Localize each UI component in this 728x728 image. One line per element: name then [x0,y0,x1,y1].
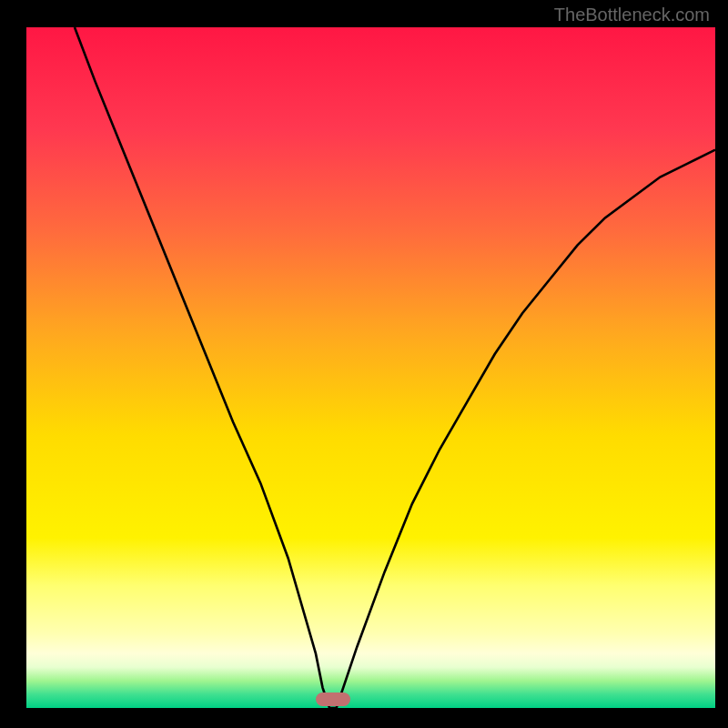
bottleneck-curve [26,27,715,708]
minimum-marker [316,693,350,706]
chart-plot-area [26,27,715,708]
watermark-text: TheBottleneck.com [554,5,710,25]
